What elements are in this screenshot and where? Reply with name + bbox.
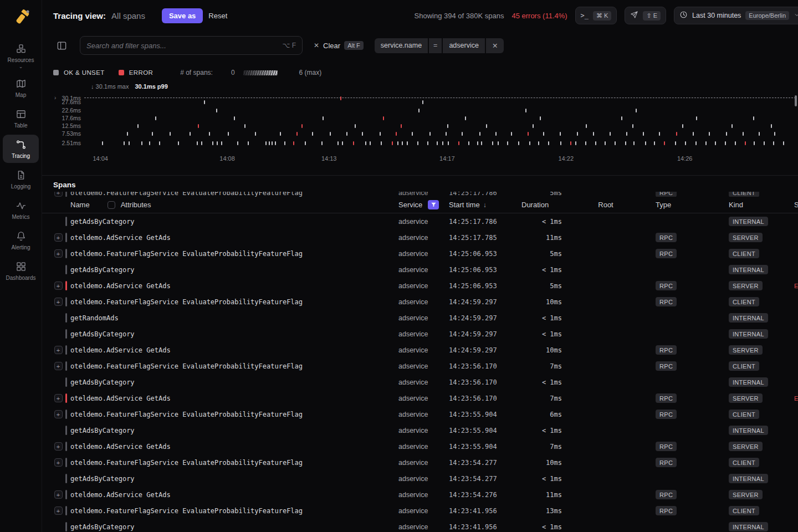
ok-span-mark[interactable] [397, 141, 398, 145]
filter-operator[interactable]: = [429, 38, 442, 53]
scrollbar-thumb[interactable] [795, 95, 797, 106]
ok-span-mark[interactable] [422, 100, 423, 104]
sidebar-item-dashboards[interactable]: Dashboards [3, 257, 39, 285]
sidebar-item-resources[interactable]: Resources⌄ [3, 39, 39, 71]
ok-span-mark[interactable] [129, 141, 130, 145]
ok-span-mark[interactable] [595, 141, 596, 145]
expand-row-button[interactable]: + [54, 410, 63, 418]
ok-span-mark[interactable] [605, 141, 606, 145]
error-span-mark[interactable] [198, 124, 199, 128]
reset-button[interactable]: Reset [208, 12, 227, 20]
ok-span-mark[interactable] [228, 132, 229, 136]
ok-span-mark[interactable] [209, 132, 210, 136]
expand-row-button[interactable]: + [54, 298, 63, 306]
ok-span-mark[interactable] [548, 141, 549, 145]
ok-span-mark[interactable] [170, 132, 171, 136]
ok-span-mark[interactable] [159, 141, 160, 145]
ok-span-mark[interactable] [190, 132, 191, 136]
ok-span-mark[interactable] [437, 141, 438, 145]
ok-span-mark[interactable] [465, 116, 466, 120]
table-row[interactable]: +oteldemo.FeatureFlagService EvaluatePro… [42, 192, 798, 197]
error-span-mark[interactable] [383, 116, 384, 120]
ok-span-mark[interactable] [560, 141, 561, 145]
ok-span-mark[interactable] [771, 124, 772, 128]
ok-span-mark[interactable] [362, 132, 363, 136]
error-span-mark[interactable] [293, 141, 294, 145]
ok-span-mark[interactable] [355, 124, 356, 128]
search-input[interactable] [86, 42, 278, 50]
ok-span-mark[interactable] [507, 141, 508, 145]
expand-row-button[interactable]: + [54, 249, 63, 258]
ok-span-mark[interactable] [468, 141, 469, 145]
chart-plot-area[interactable] [84, 94, 796, 149]
ok-span-mark[interactable] [305, 141, 306, 145]
column-header-duration[interactable]: Duration [518, 201, 563, 209]
error-span-mark[interactable] [745, 141, 746, 145]
ok-span-mark[interactable] [280, 132, 281, 136]
ok-span-mark[interactable] [127, 132, 128, 136]
sidebar-item-alerting[interactable]: Alerting [3, 226, 39, 254]
ok-span-mark[interactable] [265, 141, 267, 145]
ok-span-mark[interactable] [481, 141, 482, 145]
ok-span-mark[interactable] [407, 141, 408, 145]
table-row[interactable]: getAdsByCategoryadservice14:25:17.786< 1… [42, 213, 798, 229]
ok-span-mark[interactable] [754, 141, 755, 145]
ok-span-mark[interactable] [486, 124, 487, 128]
table-row[interactable]: +oteldemo.FeatureFlagService EvaluatePro… [42, 245, 798, 262]
ok-span-mark[interactable] [645, 141, 646, 145]
error-span-mark[interactable] [401, 124, 402, 128]
column-header-name[interactable]: Name [70, 201, 90, 209]
clear-filters-button[interactable]: ✕ Clear Alt F [309, 38, 368, 53]
ok-span-mark[interactable] [342, 141, 343, 145]
table-row[interactable]: +oteldemo.AdService GetAdsadservice14:23… [42, 390, 798, 406]
ok-span-mark[interactable] [365, 141, 366, 145]
ok-span-mark[interactable] [197, 141, 198, 145]
ok-span-mark[interactable] [417, 141, 418, 145]
table-row[interactable]: getAdsByCategoryadservice14:23:55.904< 1… [42, 422, 798, 438]
column-header-root[interactable]: Root [563, 201, 648, 209]
expand-row-button[interactable]: + [54, 282, 63, 290]
ok-span-mark[interactable] [525, 109, 526, 112]
ok-span-mark[interactable] [216, 109, 217, 112]
ok-span-mark[interactable] [773, 141, 774, 145]
filter-key[interactable]: service.name [375, 38, 428, 53]
table-row[interactable]: getAdsByCategoryadservice14:24:59.297< 1… [42, 326, 798, 342]
error-span-mark[interactable] [676, 132, 677, 136]
ok-span-mark[interactable] [178, 141, 179, 145]
ok-span-mark[interactable] [533, 124, 534, 128]
ok-span-mark[interactable] [446, 132, 447, 136]
ok-span-mark[interactable] [212, 141, 213, 145]
ok-span-mark[interactable] [412, 132, 413, 136]
error-span-mark[interactable] [353, 141, 354, 145]
ok-span-mark[interactable] [124, 141, 125, 145]
ok-span-mark[interactable] [370, 141, 371, 145]
table-row[interactable]: +oteldemo.AdService GetAdsadservice14:23… [42, 487, 798, 503]
ok-span-mark[interactable] [204, 100, 205, 104]
expand-row-button[interactable]: + [54, 442, 63, 451]
ok-span-mark[interactable] [725, 141, 726, 145]
ok-span-mark[interactable] [695, 141, 697, 145]
table-row[interactable]: getAdsByCategoryadservice14:25:06.953< 1… [42, 262, 798, 278]
ok-span-mark[interactable] [633, 141, 635, 145]
ok-span-mark[interactable] [783, 141, 784, 145]
view-scope[interactable]: All spans [111, 11, 145, 21]
table-row[interactable]: +oteldemo.AdService GetAdsadservice14:23… [42, 438, 798, 454]
ok-span-mark[interactable] [429, 132, 431, 136]
column-header-status[interactable]: Status [787, 201, 798, 209]
ok-span-mark[interactable] [511, 132, 512, 136]
ok-span-mark[interactable] [442, 141, 443, 145]
error-span-mark[interactable] [458, 141, 459, 145]
ok-span-mark[interactable] [447, 124, 448, 128]
ok-span-mark[interactable] [715, 141, 716, 145]
ok-span-mark[interactable] [675, 141, 676, 145]
ok-span-mark[interactable] [380, 132, 381, 136]
error-span-mark[interactable] [296, 132, 298, 136]
ok-span-mark[interactable] [615, 141, 616, 145]
ok-span-mark[interactable] [682, 124, 683, 128]
table-row[interactable]: getRandomAdsadservice14:24:59.297< 1msIN… [42, 310, 798, 326]
ok-span-mark[interactable] [418, 109, 420, 112]
ok-span-mark[interactable] [538, 141, 539, 145]
ok-span-mark[interactable] [743, 132, 744, 136]
ok-span-mark[interactable] [275, 141, 276, 145]
column-header-service[interactable]: Service [398, 201, 422, 209]
